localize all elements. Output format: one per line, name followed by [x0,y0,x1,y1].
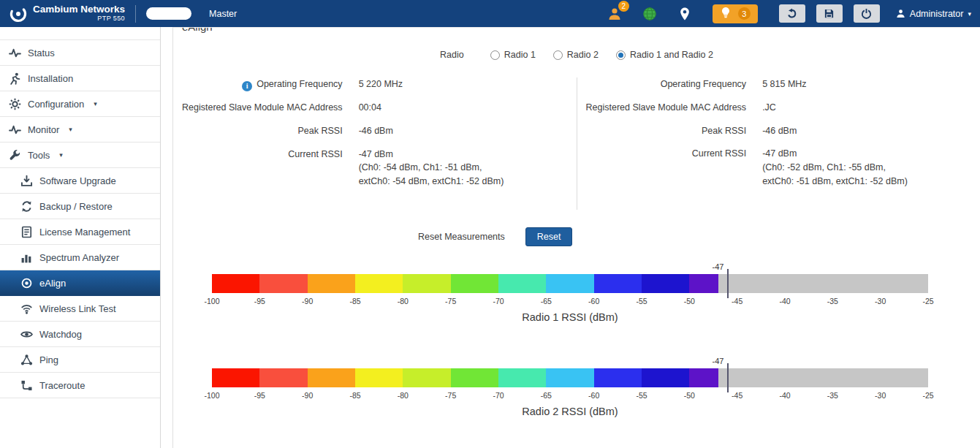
lightbulb-icon [720,7,732,21]
radio-option-label: Radio 2 [567,50,599,60]
gauge-segment [718,368,928,387]
info-row-current-rssi: Current RSSI-47 dBm(Ch0: -52 dBm, Ch1: -… [577,147,980,188]
installation-icon [9,72,21,85]
gauge-tick-label: -50 [684,391,695,400]
reset-button[interactable]: Reset [525,227,573,246]
spectrum-analyzer-icon [20,251,33,264]
info-row-peak-rssi: Peak RSSI-46 dBm [577,124,980,138]
power-button[interactable] [854,4,880,23]
gauge-tick-label: -80 [398,391,409,400]
field-label: Peak RSSI [173,124,343,138]
gauge-tick-label: -75 [445,297,456,305]
sidebar-item-label: Ping [39,354,58,365]
globe-icon[interactable] [642,7,657,21]
current-rssi-value-label: -47 [713,357,724,365]
chevron-down-icon: ▾ [59,151,63,159]
sidebar-item-traceroute[interactable]: Traceroute [0,373,160,398]
rssi-axis-ticks: -100-95-90-85-80-75-70-65-60-55-50-45-40… [212,293,928,305]
ping-icon [20,354,33,366]
gauge-tick-label: -65 [541,391,552,400]
sidebar-item-status[interactable]: Status [0,40,160,66]
gauge-tick-label: -100 [204,297,219,305]
topbar-divider [135,5,136,23]
radio-button-unchecked[interactable] [553,50,563,60]
gauge-segment [308,274,355,293]
sidebar: StatusInstallationConfiguration▾Monitor▾… [0,27,161,448]
gauge-tick-label: -60 [588,391,599,400]
radio-1-info-panel: iOperating Frequency5 220 MHzRegistered … [173,77,577,210]
gauge-tick-label: -35 [827,297,838,305]
gauge-tick-label: -55 [636,391,647,400]
reset-measurements-label: Reset Measurements [418,232,505,242]
wireless-link-test-icon [20,303,33,315]
sidebar-item-ping[interactable]: Ping [0,347,160,373]
radio-info-panels: iOperating Frequency5 220 MHzRegistered … [173,77,980,210]
gauge-tick-label: -75 [445,391,456,400]
power-icon [861,8,872,19]
gauge-tick-label: -30 [875,391,886,400]
sidebar-item-label: Spectrum Analyzer [39,252,119,263]
field-label: Registered Slave Module MAC Address [577,101,747,115]
radio-2-rssi-gauge: -47 -100-95-90-85-80-75-70-65-60-55-50-4… [212,357,928,417]
info-row-current-rssi: Current RSSI-47 dBm(Ch0: -54 dBm, Ch1: -… [173,148,577,189]
gauge-segment [403,274,450,293]
save-icon [824,8,835,19]
gauge-tick-label: -95 [254,297,265,305]
radio-button-checked[interactable] [616,50,626,60]
user-menu[interactable]: Administrator ▾ [896,9,971,19]
backup-restore-icon [20,200,33,213]
sidebar-item-installation[interactable]: Installation [0,66,160,91]
brand-name: Cambium Networks [33,4,125,15]
sidebar-item-tools[interactable]: Tools▾ [0,143,160,168]
sidebar-item-spectrum-analyzer[interactable]: Spectrum Analyzer [0,245,160,270]
field-label: Registered Slave Module MAC Address [173,101,343,115]
sidebar-item-configuration[interactable]: Configuration▾ [0,91,160,117]
gauge-tick-label: -80 [398,297,409,305]
radio-option-radio-2[interactable]: Radio 2 [553,50,599,60]
hints-button[interactable]: 3 [713,4,758,23]
user-alert-icon[interactable]: 2 [607,7,622,21]
gauge-segment [642,368,689,387]
chevron-down-icon: ▾ [94,100,97,107]
gauge-tick-label: -70 [493,391,504,400]
sidebar-item-wireless-link-test[interactable]: Wireless Link Test [0,296,160,322]
undo-button[interactable] [779,4,805,23]
radio-option-radio-1[interactable]: Radio 1 [490,50,536,60]
sidebar-item-label: Backup / Restore [39,201,113,212]
sidebar-item-monitor[interactable]: Monitor▾ [0,117,160,143]
page-title-text: eAlign [182,28,980,33]
info-icon[interactable]: i [242,81,252,91]
sidebar-item-label: Monitor [28,124,59,135]
sidebar-item-backup-restore[interactable]: Backup / Restore [0,194,160,219]
gauge-tick-label: -65 [541,297,552,305]
gauge-segment [689,274,718,293]
gauge-tick-label: -50 [684,297,695,305]
sidebar-item-label: Software Upgrade [39,175,116,186]
gauge-tick-label: -85 [349,391,360,400]
status-icon [9,47,21,59]
gauge-tick-label: -25 [922,391,933,400]
save-button[interactable] [816,4,843,23]
cambium-logo-icon [9,4,28,23]
hints-badge: 3 [738,7,751,20]
page-layout: StatusInstallationConfiguration▾Monitor▾… [0,27,980,448]
rssi-gauges: -47 -100-95-90-85-80-75-70-65-60-55-50-4… [212,262,928,417]
gauge-segment [546,274,593,293]
sidebar-item-watchdog[interactable]: Watchdog [0,322,160,347]
location-pin-icon[interactable] [677,7,692,21]
sidebar-item-license-management[interactable]: License Management [0,219,160,245]
radio-button-unchecked[interactable] [490,50,500,60]
gauge-tick-label: -100 [204,391,219,400]
sidebar-item-ealign[interactable]: eAlign [0,270,160,296]
license-management-icon [20,226,33,238]
gauge-tick-label: -85 [349,297,360,305]
gauge-tick-label: -40 [779,297,790,305]
gauge-segment [594,274,642,293]
radio-option-radio-1-and-radio-2[interactable]: Radio 1 and Radio 2 [616,50,713,60]
sidebar-item-software-upgrade[interactable]: Software Upgrade [0,168,160,194]
field-value: -46 dBm [343,124,393,138]
device-name-pill [146,7,191,20]
field-value: .JC [746,101,776,115]
gauge-segment [718,274,928,293]
current-rssi-value-label: -47 [713,262,724,271]
